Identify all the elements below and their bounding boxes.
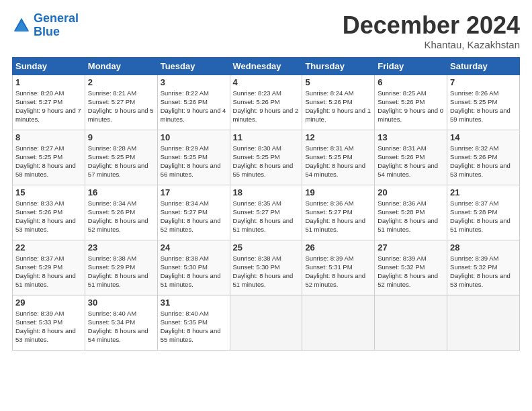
day-detail: Sunrise: 8:36 AMSunset: 5:27 PMDaylight:…	[305, 199, 365, 234]
day-detail: Sunrise: 8:40 AMSunset: 5:35 PMDaylight:…	[161, 310, 221, 344]
calendar-cell: 3Sunrise: 8:22 AMSunset: 5:26 PMDaylight…	[157, 75, 230, 130]
day-number: 5	[305, 77, 371, 87]
calendar-cell: 27Sunrise: 8:39 AMSunset: 5:32 PMDayligh…	[375, 240, 447, 295]
calendar-cell: 21Sunrise: 8:37 AMSunset: 5:28 PMDayligh…	[447, 185, 520, 240]
day-number: 2	[88, 77, 154, 87]
day-number: 7	[450, 77, 517, 87]
calendar-cell: 14Sunrise: 8:32 AMSunset: 5:26 PMDayligh…	[447, 130, 520, 185]
calendar-cell: 26Sunrise: 8:39 AMSunset: 5:31 PMDayligh…	[302, 240, 375, 295]
calendar-cell: 13Sunrise: 8:31 AMSunset: 5:26 PMDayligh…	[375, 130, 447, 185]
page-container: General Blue December 2024 Khantau, Kaza…	[0, 0, 532, 357]
day-number: 29	[15, 298, 82, 308]
calendar-cell: 18Sunrise: 8:35 AMSunset: 5:27 PMDayligh…	[230, 185, 302, 240]
day-number: 6	[378, 77, 444, 87]
day-detail: Sunrise: 8:34 AMSunset: 5:26 PMDaylight:…	[88, 199, 148, 234]
calendar-cell: 9Sunrise: 8:28 AMSunset: 5:25 PMDaylight…	[85, 130, 157, 185]
calendar-cell: 17Sunrise: 8:34 AMSunset: 5:27 PMDayligh…	[157, 185, 230, 240]
day-number: 22	[15, 242, 82, 253]
logo: General Blue	[12, 12, 79, 39]
calendar-cell	[375, 295, 447, 350]
day-detail: Sunrise: 8:31 AMSunset: 5:25 PMDaylight:…	[305, 144, 365, 179]
day-detail: Sunrise: 8:35 AMSunset: 5:27 PMDaylight:…	[233, 199, 294, 234]
logo-icon	[12, 16, 31, 35]
weekday-header-sunday: Sunday	[13, 57, 85, 75]
day-number: 28	[450, 242, 517, 253]
day-detail: Sunrise: 8:39 AMSunset: 5:31 PMDaylight:…	[305, 255, 365, 289]
day-number: 10	[161, 132, 227, 142]
calendar-cell: 19Sunrise: 8:36 AMSunset: 5:27 PMDayligh…	[302, 185, 375, 240]
day-number: 30	[88, 298, 154, 308]
day-number: 17	[161, 187, 227, 197]
day-detail: Sunrise: 8:26 AMSunset: 5:25 PMDaylight:…	[450, 89, 511, 124]
day-number: 21	[450, 187, 517, 197]
day-detail: Sunrise: 8:37 AMSunset: 5:29 PMDaylight:…	[15, 255, 76, 289]
calendar-cell: 28Sunrise: 8:39 AMSunset: 5:32 PMDayligh…	[447, 240, 520, 295]
calendar-week-4: 22Sunrise: 8:37 AMSunset: 5:29 PMDayligh…	[13, 240, 520, 295]
calendar-cell: 24Sunrise: 8:38 AMSunset: 5:30 PMDayligh…	[157, 240, 230, 295]
calendar-table: SundayMondayTuesdayWednesdayThursdayFrid…	[12, 57, 520, 351]
logo-text: General Blue	[34, 12, 79, 39]
location: Khantau, Kazakhstan	[343, 39, 520, 50]
day-number: 9	[88, 132, 154, 142]
day-detail: Sunrise: 8:32 AMSunset: 5:26 PMDaylight:…	[450, 144, 511, 179]
calendar-cell: 7Sunrise: 8:26 AMSunset: 5:25 PMDaylight…	[447, 75, 520, 130]
calendar-cell	[230, 295, 302, 350]
weekday-header-saturday: Saturday	[447, 57, 520, 75]
day-number: 13	[378, 132, 444, 142]
day-detail: Sunrise: 8:38 AMSunset: 5:30 PMDaylight:…	[161, 255, 221, 289]
day-detail: Sunrise: 8:34 AMSunset: 5:27 PMDaylight:…	[161, 199, 221, 234]
day-detail: Sunrise: 8:39 AMSunset: 5:32 PMDaylight:…	[378, 255, 438, 289]
day-number: 3	[161, 77, 227, 87]
calendar-cell: 8Sunrise: 8:27 AMSunset: 5:25 PMDaylight…	[13, 130, 85, 185]
calendar-header-row: SundayMondayTuesdayWednesdayThursdayFrid…	[13, 57, 520, 75]
day-number: 8	[15, 132, 82, 142]
calendar-cell: 20Sunrise: 8:36 AMSunset: 5:28 PMDayligh…	[375, 185, 447, 240]
calendar-cell: 16Sunrise: 8:34 AMSunset: 5:26 PMDayligh…	[85, 185, 157, 240]
day-detail: Sunrise: 8:22 AMSunset: 5:26 PMDaylight:…	[161, 89, 226, 124]
calendar-cell: 31Sunrise: 8:40 AMSunset: 5:35 PMDayligh…	[157, 295, 230, 350]
day-number: 4	[233, 77, 300, 87]
calendar-week-1: 1Sunrise: 8:20 AMSunset: 5:27 PMDaylight…	[13, 75, 520, 130]
day-number: 1	[15, 77, 82, 87]
calendar-cell: 29Sunrise: 8:39 AMSunset: 5:33 PMDayligh…	[13, 295, 85, 350]
day-number: 26	[305, 242, 371, 253]
day-number: 15	[15, 187, 82, 197]
weekday-header-thursday: Thursday	[302, 57, 375, 75]
day-detail: Sunrise: 8:40 AMSunset: 5:34 PMDaylight:…	[88, 310, 148, 344]
day-detail: Sunrise: 8:25 AMSunset: 5:26 PMDaylight:…	[378, 89, 443, 124]
day-detail: Sunrise: 8:37 AMSunset: 5:28 PMDaylight:…	[450, 199, 511, 234]
calendar-cell: 5Sunrise: 8:24 AMSunset: 5:26 PMDaylight…	[302, 75, 375, 130]
day-detail: Sunrise: 8:23 AMSunset: 5:26 PMDaylight:…	[233, 89, 299, 124]
calendar-cell: 30Sunrise: 8:40 AMSunset: 5:34 PMDayligh…	[85, 295, 157, 350]
day-number: 14	[450, 132, 517, 142]
day-number: 20	[378, 187, 444, 197]
day-detail: Sunrise: 8:27 AMSunset: 5:25 PMDaylight:…	[15, 144, 76, 179]
calendar-cell: 11Sunrise: 8:30 AMSunset: 5:25 PMDayligh…	[230, 130, 302, 185]
day-detail: Sunrise: 8:38 AMSunset: 5:30 PMDaylight:…	[233, 255, 294, 289]
day-number: 11	[233, 132, 300, 142]
calendar-cell: 25Sunrise: 8:38 AMSunset: 5:30 PMDayligh…	[230, 240, 302, 295]
day-detail: Sunrise: 8:21 AMSunset: 5:27 PMDaylight:…	[88, 89, 154, 124]
month-title: December 2024	[343, 12, 520, 39]
day-detail: Sunrise: 8:39 AMSunset: 5:32 PMDaylight:…	[450, 255, 511, 289]
day-number: 23	[88, 242, 154, 253]
day-detail: Sunrise: 8:24 AMSunset: 5:26 PMDaylight:…	[305, 89, 371, 124]
day-detail: Sunrise: 8:36 AMSunset: 5:28 PMDaylight:…	[378, 199, 438, 234]
calendar-cell	[447, 295, 520, 350]
day-detail: Sunrise: 8:38 AMSunset: 5:29 PMDaylight:…	[88, 255, 148, 289]
weekday-header-monday: Monday	[85, 57, 157, 75]
day-detail: Sunrise: 8:29 AMSunset: 5:25 PMDaylight:…	[161, 144, 221, 179]
title-block: December 2024 Khantau, Kazakhstan	[343, 12, 520, 50]
day-detail: Sunrise: 8:39 AMSunset: 5:33 PMDaylight:…	[15, 310, 76, 344]
calendar-cell: 10Sunrise: 8:29 AMSunset: 5:25 PMDayligh…	[157, 130, 230, 185]
weekday-header-wednesday: Wednesday	[230, 57, 302, 75]
calendar-cell: 6Sunrise: 8:25 AMSunset: 5:26 PMDaylight…	[375, 75, 447, 130]
day-number: 19	[305, 187, 371, 197]
page-header: General Blue December 2024 Khantau, Kaza…	[12, 12, 520, 50]
day-detail: Sunrise: 8:28 AMSunset: 5:25 PMDaylight:…	[88, 144, 148, 179]
day-number: 18	[233, 187, 300, 197]
day-number: 25	[233, 242, 300, 253]
calendar-cell: 22Sunrise: 8:37 AMSunset: 5:29 PMDayligh…	[13, 240, 85, 295]
day-detail: Sunrise: 8:30 AMSunset: 5:25 PMDaylight:…	[233, 144, 294, 179]
calendar-cell: 2Sunrise: 8:21 AMSunset: 5:27 PMDaylight…	[85, 75, 157, 130]
